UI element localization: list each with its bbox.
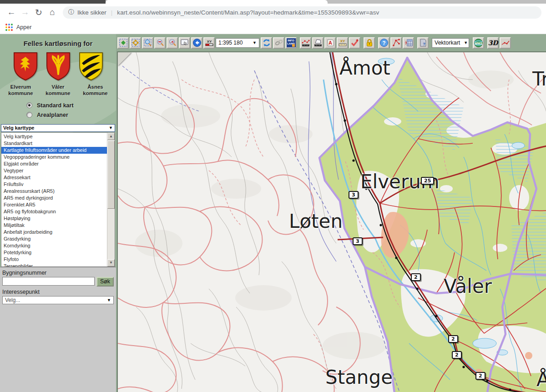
bygningsnummer-input[interactable] [2, 277, 95, 286]
svg-text:XY: XY [207, 40, 212, 44]
measure-distance-button[interactable] [300, 37, 311, 49]
list-item[interactable]: Velg karttype [1, 133, 107, 140]
question-icon: ? [379, 38, 389, 47]
valer-coat-of-arms-icon [46, 51, 71, 81]
back-icon[interactable]: ← [5, 7, 18, 17]
zoom-window-button[interactable] [142, 37, 153, 49]
search-button[interactable]: Søk [96, 277, 114, 286]
measure-area-button[interactable] [312, 37, 324, 49]
pan-button[interactable] [130, 37, 141, 49]
infoland-button[interactable]: INFOLAND [285, 37, 297, 49]
search-panel: Bygningsnummer Søk Interessepunkt Velg..… [0, 267, 116, 392]
chevron-down-icon: ▼ [107, 298, 111, 302]
road-badge-2: 2 [475, 372, 485, 380]
list-item[interactable]: Vegoppgraderinger kommune [1, 154, 107, 161]
asnes-coat-of-arms-icon [78, 51, 104, 81]
xy-measure-button[interactable]: XY [337, 37, 348, 49]
home-icon[interactable]: ⌂ [46, 7, 59, 17]
karttype-select[interactable]: Velg karttype ▼ [1, 124, 115, 132]
reload-icon[interactable]: ↻ [32, 7, 46, 18]
list-item[interactable]: AR5 med dyrkingsjord [1, 195, 107, 201]
pan-screen-button[interactable] [179, 37, 190, 49]
radio-selected-icon[interactable] [26, 102, 32, 108]
list-item[interactable]: Forenklet AR5 [1, 201, 107, 208]
road-badge-2: 2 [452, 351, 462, 359]
active-tab[interactable] [106, 0, 328, 4]
interessepunkt-select[interactable]: Velg... ▼ [2, 296, 114, 304]
list-item[interactable]: Adressekart [1, 174, 107, 181]
lock-button[interactable] [364, 37, 375, 49]
list-item[interactable]: Grasdyrking [1, 236, 107, 242]
municipality-shields [0, 51, 116, 81]
link-button[interactable] [273, 37, 284, 49]
list-item[interactable]: Terrengbilder [1, 263, 107, 267]
zoom-out-5x-button[interactable]: -5 [167, 37, 178, 49]
road-badge-3: 3 [349, 191, 359, 199]
list-item[interactable]: Friluftsliv [1, 181, 107, 188]
elverum-label: Elverumkommune [5, 84, 37, 97]
maptype-select[interactable]: Vektorkart ▼ [432, 38, 469, 48]
list-item[interactable]: Elgjakt områder [1, 161, 107, 167]
list-item[interactable]: AR5 og flyfotobakgrunn [1, 208, 107, 215]
text-annotation-button[interactable]: A [324, 37, 336, 49]
previous-extent-button[interactable] [191, 37, 202, 49]
document-help-button[interactable]: ? [417, 37, 429, 49]
valer-label: Vålerkommune [42, 84, 75, 97]
info-icon[interactable]: ⓘ [68, 8, 74, 16]
table-icon [404, 38, 413, 47]
check-plus-icon [350, 38, 359, 47]
zoom-out-button[interactable] [154, 37, 166, 49]
forward-icon[interactable]: → [18, 7, 32, 17]
coordinates-xy-button[interactable]: XY [203, 37, 215, 49]
table-data-button[interactable] [403, 37, 414, 49]
radio-arealplaner[interactable]: Arealplaner [26, 112, 116, 118]
interessepunkt-label: Interessepunkt [2, 289, 114, 295]
map-viewport[interactable]: Åmot Tr Elverum Løten Våler Stange Å 25 … [117, 51, 546, 392]
threed-button[interactable]: 3D [487, 37, 499, 49]
browser-tabstrip [0, 0, 546, 4]
map-canvas [118, 52, 546, 392]
angle-measure-button[interactable] [390, 37, 402, 49]
scrollbar-thumb[interactable] [107, 141, 115, 209]
scroll-up-icon[interactable]: ▲ [107, 133, 115, 140]
list-item[interactable]: Vegtyper [1, 167, 107, 174]
list-item[interactable]: Anbefalt jordarbeiding [1, 229, 107, 236]
stamp-approve-button[interactable] [349, 37, 360, 49]
list-item[interactable]: Potetdyrking [1, 249, 107, 256]
back-arrow-icon [192, 38, 202, 47]
map-toolbar: -5 XY 1:395 180 ▼ INFOLAND A [116, 34, 546, 51]
svg-text:A: A [329, 40, 332, 45]
radio-unselected-icon[interactable] [26, 112, 32, 118]
listbox-scrollbar[interactable]: ▲ ▼ [107, 133, 115, 266]
sidebar-collapse-corner[interactable] [118, 52, 131, 66]
karttype-listbox[interactable]: Velg karttype Standardkart Kartlagte fri… [1, 132, 115, 267]
help-button[interactable]: ? [378, 37, 389, 49]
list-item[interactable]: Korndyrking [1, 242, 107, 249]
list-item[interactable]: Arealressurskart (AR5) [1, 188, 107, 195]
refresh-button[interactable] [261, 37, 272, 49]
url-text: kart.esol.no/webinnsyn_neste/Content/Mai… [117, 9, 379, 16]
address-bar[interactable]: ⓘ Ikke sikker | kart.esol.no/webinnsyn_n… [63, 6, 541, 19]
doc-question-icon: ? [419, 38, 428, 47]
lock-icon [365, 38, 374, 47]
list-item[interactable]: Flyfoto [1, 256, 107, 263]
profile-button[interactable] [500, 37, 511, 49]
apps-grid-icon[interactable] [5, 24, 13, 31]
svg-text:?: ? [423, 42, 425, 46]
wms-globe-icon: WMS [474, 38, 483, 48]
wms-button[interactable]: WMS [473, 37, 484, 49]
chevron-down-icon: ▼ [464, 40, 468, 45]
scroll-down-icon[interactable]: ▼ [107, 259, 115, 266]
list-item[interactable]: Høstpløying [1, 215, 107, 222]
list-item[interactable]: Standardkart [1, 140, 107, 147]
list-item-selected[interactable]: Kartlagte friluftsområder under arbeid [1, 147, 107, 154]
road-badge-25: 25 [421, 177, 434, 185]
zoom-out-5x-icon: -5 [168, 38, 177, 47]
list-item[interactable]: Miljøtiltak [1, 222, 107, 229]
bookmark-apps[interactable]: Apper [16, 24, 31, 30]
map-mode-radios: Standard kart Arealplaner [26, 102, 116, 121]
chevron-down-icon: ▼ [109, 126, 113, 130]
zoom-full-extent-button[interactable] [117, 37, 129, 49]
scale-select[interactable]: 1:395 180 ▼ [216, 38, 259, 48]
radio-standard-kart[interactable]: Standard kart [26, 102, 116, 109]
